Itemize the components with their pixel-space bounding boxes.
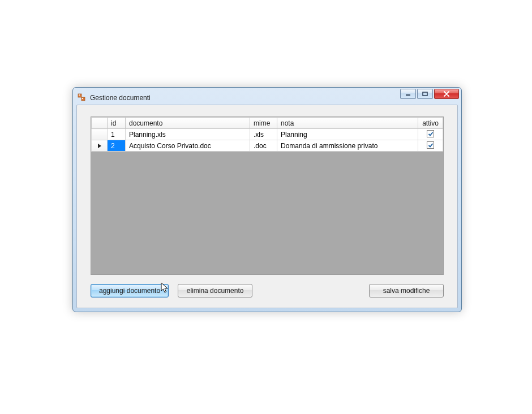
cell-mime[interactable]: .xls <box>250 129 277 140</box>
cell-attivo[interactable] <box>418 140 443 152</box>
header-id[interactable]: id <box>108 118 126 129</box>
minimize-button[interactable] <box>400 89 416 99</box>
header-rowselector[interactable] <box>92 118 108 129</box>
header-mime[interactable]: mime <box>250 118 277 129</box>
client-area: id documento mime nota attivo 1Planning.… <box>76 105 458 308</box>
window: Gestione documenti id documento m <box>72 87 462 312</box>
header-documento[interactable]: documento <box>126 118 250 129</box>
maximize-button[interactable] <box>417 89 433 99</box>
table-row[interactable]: 1Planning.xls.xlsPlanning <box>92 129 443 140</box>
header-attivo[interactable]: attivo <box>418 118 443 129</box>
cell-documento[interactable]: Acquisto Corso Privato.doc <box>126 140 250 152</box>
cell-id[interactable]: 1 <box>108 129 126 140</box>
titlebar[interactable]: Gestione documenti <box>76 91 458 105</box>
svg-rect-5 <box>423 92 427 96</box>
checkbox[interactable] <box>427 141 434 149</box>
cell-documento[interactable]: Planning.xls <box>126 129 250 140</box>
cell-mime[interactable]: .doc <box>250 140 277 152</box>
row-indicator-icon <box>98 144 101 148</box>
header-row: id documento mime nota attivo <box>92 118 443 129</box>
row-header[interactable] <box>92 140 108 152</box>
checkbox[interactable] <box>427 130 434 137</box>
svg-rect-4 <box>406 94 410 96</box>
data-grid[interactable]: id documento mime nota attivo 1Planning.… <box>91 117 444 275</box>
cell-nota[interactable]: Domanda di ammissione privato <box>277 140 418 152</box>
table-row[interactable]: 2Acquisto Corso Privato.doc.docDomanda d… <box>92 140 443 152</box>
add-document-button[interactable]: aggiungi documento <box>91 284 169 297</box>
save-changes-button[interactable]: salva modifiche <box>369 284 444 297</box>
row-header[interactable] <box>92 129 108 140</box>
delete-document-button[interactable]: elimina documento <box>178 284 252 297</box>
header-nota[interactable]: nota <box>277 118 418 129</box>
window-title: Gestione documenti <box>90 94 151 102</box>
cell-attivo[interactable] <box>418 129 443 140</box>
svg-rect-3 <box>82 98 83 99</box>
svg-rect-2 <box>79 94 80 96</box>
button-row: aggiungi documento elimina documento sal… <box>91 284 444 297</box>
cell-nota[interactable]: Planning <box>277 129 418 140</box>
window-controls <box>400 89 459 99</box>
cell-id[interactable]: 2 <box>108 140 126 152</box>
app-icon <box>78 93 87 102</box>
close-button[interactable] <box>434 89 459 99</box>
